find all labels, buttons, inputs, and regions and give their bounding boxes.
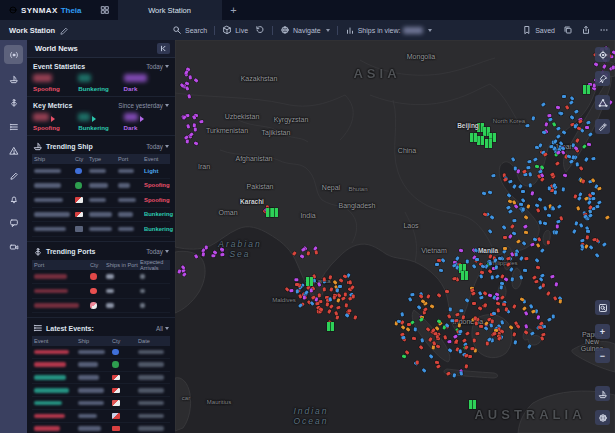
port-marker[interactable] <box>485 139 492 148</box>
table-row[interactable] <box>32 359 170 372</box>
port-marker[interactable] <box>477 136 484 145</box>
ship-marker[interactable] <box>496 308 500 313</box>
pin-button[interactable] <box>595 71 610 86</box>
ship-marker[interactable] <box>530 191 534 196</box>
ship-marker[interactable] <box>353 315 357 320</box>
ship-marker[interactable] <box>204 245 207 249</box>
ship-marker[interactable] <box>524 257 529 261</box>
sidebar-item-draw[interactable] <box>4 165 23 184</box>
collapse-panel-button[interactable] <box>157 43 170 54</box>
table-row[interactable]: Light <box>32 164 170 179</box>
port-marker[interactable] <box>461 271 468 280</box>
ship-marker[interactable] <box>314 250 318 255</box>
ship-marker[interactable] <box>293 278 297 281</box>
table-row[interactable] <box>32 423 170 433</box>
ship-marker[interactable] <box>513 166 516 170</box>
port-marker[interactable] <box>470 133 477 142</box>
ships-in-view-control[interactable]: Ships in view: <box>345 25 433 35</box>
ship-marker[interactable] <box>220 253 225 257</box>
ship-marker[interactable] <box>470 347 475 350</box>
layers-button[interactable] <box>595 410 610 425</box>
ship-marker[interactable] <box>551 314 554 318</box>
ship-button[interactable] <box>595 386 610 401</box>
ship-marker[interactable] <box>541 332 546 336</box>
range-selector[interactable]: Today <box>146 63 169 70</box>
history-button[interactable] <box>255 25 265 35</box>
ship-marker[interactable] <box>194 127 197 132</box>
ship-marker[interactable] <box>471 302 476 305</box>
ship-marker[interactable] <box>503 247 507 250</box>
measure-button[interactable] <box>595 95 610 110</box>
new-tab-button[interactable]: + <box>222 0 246 20</box>
ship-marker[interactable] <box>322 277 326 282</box>
ship-marker[interactable] <box>332 295 335 299</box>
ship-marker[interactable] <box>459 309 463 312</box>
table-row[interactable]: Spoofing <box>32 179 170 194</box>
port-marker[interactable] <box>271 208 278 217</box>
zoom-in-button[interactable]: + <box>595 324 610 339</box>
ship-marker[interactable] <box>519 203 524 207</box>
port-marker[interactable] <box>327 322 334 331</box>
table-row[interactable] <box>32 346 170 359</box>
live-button[interactable]: Live <box>222 25 248 35</box>
sidebar-item-anchor[interactable] <box>4 93 23 112</box>
ship-marker[interactable] <box>303 295 306 299</box>
ship-marker[interactable] <box>536 315 540 320</box>
ship-marker[interactable] <box>410 293 415 297</box>
ship-marker[interactable] <box>344 303 348 308</box>
table-row[interactable] <box>32 384 170 397</box>
filter-selector[interactable]: All <box>156 325 169 332</box>
port-marker[interactable] <box>469 400 476 409</box>
range-selector[interactable]: Today <box>146 248 169 255</box>
ship-marker[interactable] <box>501 302 506 306</box>
ship-marker[interactable] <box>499 285 503 290</box>
range-selector[interactable]: Today <box>146 143 169 150</box>
ship-marker[interactable] <box>347 309 351 312</box>
area-search-button[interactable] <box>595 300 610 315</box>
port-marker[interactable] <box>306 277 313 286</box>
ship-marker[interactable] <box>309 288 313 293</box>
table-row[interactable]: Bunkering <box>32 222 170 237</box>
ship-marker[interactable] <box>199 119 204 123</box>
table-row[interactable] <box>32 397 170 410</box>
ship-marker[interactable] <box>335 288 339 293</box>
sidebar-item-news-feed[interactable] <box>4 45 23 64</box>
sidebar-item-ship[interactable] <box>4 69 23 88</box>
table-row[interactable] <box>32 410 170 423</box>
sidebar-item-chat[interactable] <box>4 213 23 232</box>
ship-marker[interactable] <box>547 113 552 117</box>
search-button[interactable]: Search <box>172 25 207 35</box>
ship-marker[interactable] <box>585 235 589 240</box>
ship-marker[interactable] <box>483 303 487 308</box>
ship-marker[interactable] <box>315 301 320 305</box>
ship-marker[interactable] <box>317 293 320 298</box>
ship-marker[interactable] <box>413 327 416 332</box>
ruler-button[interactable] <box>595 119 610 134</box>
export-icon[interactable] <box>581 25 591 35</box>
ship-marker[interactable] <box>488 261 492 266</box>
map-canvas[interactable]: ASIAAUSTRALIAKazakhstanMongoliaUzbekista… <box>175 40 615 433</box>
table-row[interactable]: Spoofing <box>32 193 170 208</box>
table-row[interactable]: Bunkering <box>32 208 170 223</box>
port-marker[interactable] <box>583 85 590 94</box>
dashboard-grid-icon[interactable] <box>92 0 118 20</box>
ship-marker[interactable] <box>448 307 451 312</box>
ship-marker[interactable] <box>558 299 562 304</box>
tab-work-station[interactable]: Work Station <box>118 0 222 20</box>
table-row[interactable] <box>32 270 170 285</box>
zoom-out-button[interactable]: − <box>595 348 610 363</box>
copy-icon[interactable] <box>563 25 573 35</box>
sidebar-item-video[interactable] <box>4 237 23 256</box>
sidebar-item-table[interactable] <box>4 117 23 136</box>
more-menu-icon[interactable] <box>599 25 609 35</box>
sidebar-item-bell[interactable] <box>4 189 23 208</box>
ship-marker[interactable] <box>401 335 406 339</box>
ship-marker[interactable] <box>611 65 614 69</box>
ship-marker[interactable] <box>187 94 191 99</box>
saved-button[interactable]: Saved <box>522 25 555 35</box>
ship-marker[interactable] <box>575 162 579 167</box>
ship-marker[interactable] <box>446 339 451 343</box>
ship-marker[interactable] <box>547 186 550 191</box>
table-row[interactable] <box>32 372 170 385</box>
sidebar-item-warning[interactable] <box>4 141 23 160</box>
